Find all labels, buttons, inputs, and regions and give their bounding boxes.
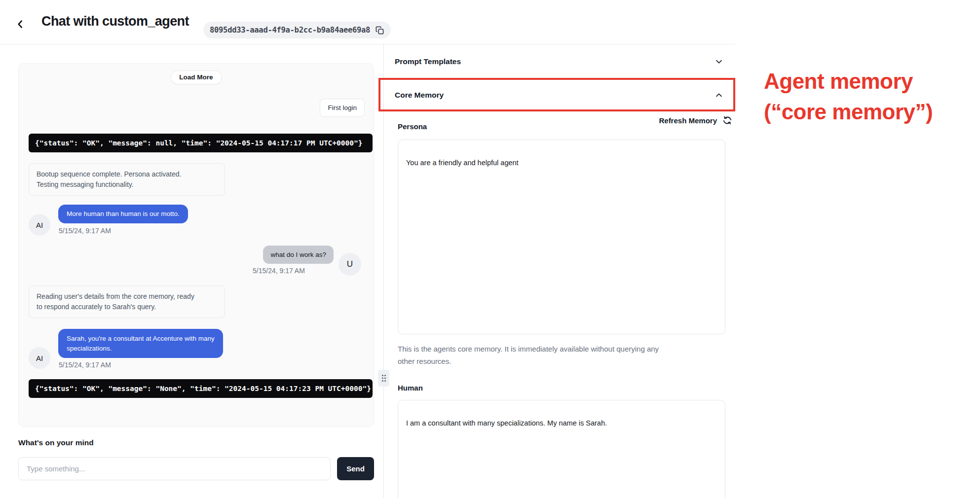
message-timestamp: 5/15/24, 9:17 AM	[59, 361, 111, 369]
system-json-message: {"status": "OK", "message": null, "time"…	[29, 134, 373, 152]
inner-monologue-line: Testing messaging functionality.	[37, 179, 217, 190]
refresh-icon[interactable]	[722, 115, 732, 125]
message-timestamp: 5/15/24, 9:17 AM	[59, 227, 111, 235]
human-textarea[interactable]: I am a consultant with many specializati…	[398, 400, 725, 498]
message-timestamp: 5/15/24, 9:17 AM	[253, 267, 305, 275]
caption-line: This is the agents core memory. It is im…	[398, 343, 723, 355]
inner-monologue-message: Bootup sequence complete. Persona activa…	[29, 163, 225, 196]
annotation-line: (“core memory”)	[764, 97, 933, 127]
prompt-templates-title: Prompt Templates	[395, 57, 461, 66]
chevron-down-icon[interactable]	[715, 57, 723, 66]
chat-transcript-panel: Load More First login {"status": "OK", "…	[18, 63, 374, 427]
panel-resize-handle[interactable]	[378, 370, 389, 387]
copy-icon[interactable]	[375, 26, 384, 35]
first-login-badge: First login	[320, 99, 365, 117]
page-title: Chat with custom_agent	[41, 14, 189, 29]
human-label: Human	[398, 384, 423, 392]
persona-textarea[interactable]: You are a friendly and helpful agent	[398, 140, 725, 334]
back-button[interactable]	[14, 18, 27, 31]
persona-label: Persona	[398, 122, 427, 131]
load-more-button[interactable]: Load More	[170, 71, 222, 84]
caption-line: other resources.	[398, 355, 723, 367]
inner-monologue-line: to respond accurately to Sarah's query.	[37, 302, 217, 312]
annotation-line: Agent memory	[764, 66, 933, 97]
prompt-templates-section-header[interactable]: Prompt Templates	[384, 44, 735, 79]
agent-message-line: Sarah, you're a consultant at Accenture …	[67, 334, 215, 344]
send-button[interactable]: Send	[337, 457, 374, 480]
core-memory-caption: This is the agents core memory. It is im…	[398, 343, 723, 367]
agent-id-badge: 8095dd33-aaad-4f9a-b2cc-b9a84aee69a8	[203, 22, 391, 38]
grip-dots-icon	[381, 374, 387, 383]
message-input[interactable]	[18, 457, 331, 480]
user-message-bubble: what do I work as?	[263, 246, 334, 264]
refresh-memory-row: Refresh Memory	[384, 115, 735, 125]
inner-monologue-line: Bootup sequence complete. Persona activa…	[37, 169, 217, 179]
inner-monologue-line: Reading user's details from the core mem…	[37, 291, 217, 302]
composer-label: What's on your mind	[18, 438, 94, 447]
panel-divider	[383, 44, 384, 498]
agent-id: 8095dd33-aaad-4f9a-b2cc-b9a84aee69a8	[210, 26, 370, 35]
agent-message-line: specializations.	[67, 344, 215, 354]
annotation-highlight-box	[378, 78, 735, 111]
agent-memory-annotation: Agent memory (“core memory”)	[764, 66, 933, 127]
system-json-message: {"status": "OK", "message": "None", "tim…	[29, 379, 373, 398]
chevron-left-icon	[14, 18, 27, 31]
agent-message-bubble: Sarah, you're a consultant at Accenture …	[58, 329, 223, 358]
agent-avatar: AI	[29, 347, 50, 369]
user-avatar: U	[339, 253, 361, 276]
agent-avatar: AI	[29, 214, 50, 236]
inner-monologue-message: Reading user's details from the core mem…	[29, 285, 225, 318]
agent-message-bubble: More human than human is our motto.	[58, 205, 188, 223]
refresh-memory-button[interactable]: Refresh Memory	[659, 116, 717, 125]
